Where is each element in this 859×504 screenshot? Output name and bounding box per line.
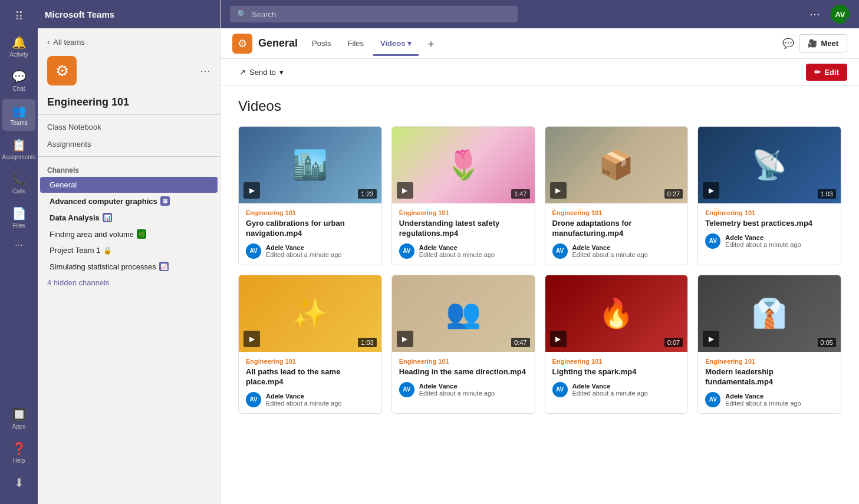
play-button[interactable]: ▶ bbox=[397, 331, 413, 347]
video-info: Engineering 101 Drone adaptations for ma… bbox=[545, 203, 688, 265]
back-to-all-teams[interactable]: ‹ All teams bbox=[38, 28, 220, 52]
video-card-v4[interactable]: 📡 ▶ 1:03 Engineering 101 Telemetry best … bbox=[697, 126, 841, 265]
author-name: Adele Vance bbox=[266, 244, 341, 251]
rail-item-more[interactable]: ⋯ bbox=[2, 236, 35, 255]
channel-project-team-label: Project Team 1 bbox=[50, 246, 100, 255]
tab-videos[interactable]: Videos ▾ bbox=[373, 31, 419, 56]
chat-icon[interactable]: 💬 bbox=[782, 38, 794, 49]
camera-icon: 🎥 bbox=[808, 39, 817, 48]
back-label: All teams bbox=[53, 38, 84, 47]
play-button[interactable]: ▶ bbox=[243, 182, 260, 199]
video-card-v6[interactable]: 👥 ▶ 0:47 Engineering 101 Heading in the … bbox=[391, 275, 535, 414]
video-info: Engineering 101 Gyro calibrations for ur… bbox=[239, 203, 381, 265]
nav-class-notebook[interactable]: Class Notebook bbox=[38, 118, 220, 136]
video-thumb: ✨ ▶ 1:03 bbox=[239, 275, 381, 352]
video-name: Drone adaptations for manufacturing.mp4 bbox=[552, 219, 681, 239]
video-name: Lighting the spark.mp4 bbox=[552, 367, 681, 377]
content-toolbar: ↗ Send to ▾ ✏ Edit bbox=[220, 59, 859, 86]
videos-section-title: Videos bbox=[238, 98, 841, 114]
author-avatar: AV bbox=[246, 392, 261, 407]
help-icon: ❓ bbox=[12, 442, 27, 456]
edit-time: Edited about a minute ago bbox=[266, 400, 341, 407]
sidebar-topbar: Microsoft Teams bbox=[38, 0, 220, 28]
more-options-button[interactable]: ⋯ bbox=[809, 8, 821, 21]
channel-finding-area-label: Finding area and volume bbox=[50, 230, 134, 239]
edit-label: Edit bbox=[824, 68, 839, 77]
author-name: Adele Vance bbox=[419, 244, 495, 251]
video-info: Engineering 101 Heading in the same dire… bbox=[392, 352, 535, 403]
play-button[interactable]: ▶ bbox=[550, 182, 567, 199]
rail-item-activity[interactable]: 🔔 Activity bbox=[2, 31, 35, 62]
video-info: Engineering 101 Telemetry best practices… bbox=[698, 203, 841, 255]
video-info: Engineering 101 Lighting the spark.mp4 A… bbox=[545, 352, 688, 403]
meet-button[interactable]: 🎥 Meet bbox=[799, 34, 847, 52]
teams-icon: 👥 bbox=[12, 104, 27, 118]
rail-item-calls[interactable]: 📞 Calls bbox=[2, 167, 35, 199]
video-card-v1[interactable]: 🏙️ ▶ 1:23 Engineering 101 Gyro calibrati… bbox=[238, 126, 382, 265]
video-thumb: 🏙️ ▶ 1:23 bbox=[239, 127, 381, 203]
edit-button[interactable]: ✏ Edit bbox=[806, 64, 847, 81]
rail-item-help[interactable]: ❓ Help bbox=[2, 437, 35, 469]
help-label: Help bbox=[13, 457, 25, 464]
rail-item-apps[interactable]: 🔲 Apps bbox=[2, 403, 35, 434]
team-options-button[interactable]: ⋯ bbox=[200, 64, 210, 77]
video-card-v2[interactable]: 🌷 ▶ 1:47 Engineering 101 Understanding l… bbox=[391, 126, 535, 265]
rail-item-chat[interactable]: 💬 Chat bbox=[2, 65, 35, 97]
calls-icon: 📞 bbox=[12, 172, 27, 186]
rail-item-download[interactable]: ⬇ bbox=[2, 471, 35, 495]
video-meta: AV Adele Vance Edited about a minute ago bbox=[705, 392, 834, 407]
send-icon: ↗ bbox=[239, 68, 246, 77]
channel-item-advanced-graphics[interactable]: Advanced computer graphics 🖥 bbox=[40, 193, 218, 209]
channel-badge-stat: 📈 bbox=[159, 262, 169, 271]
video-card-v7[interactable]: 🔥 ▶ 0:07 Engineering 101 Lighting the sp… bbox=[545, 275, 689, 414]
video-thumb: 📡 ▶ 1:03 bbox=[698, 127, 841, 203]
video-thumb: 👔 ▶ 0:05 bbox=[698, 275, 841, 352]
rail-item-assignments[interactable]: 📋 Assignments bbox=[2, 133, 35, 165]
author-avatar: AV bbox=[552, 243, 568, 259]
play-button[interactable]: ▶ bbox=[703, 182, 719, 199]
video-card-v8[interactable]: 👔 ▶ 0:05 Engineering 101 Modern leadersh… bbox=[697, 275, 841, 414]
channel-badge-chart: 📊 bbox=[103, 213, 112, 222]
send-to-label: Send to bbox=[249, 68, 276, 77]
user-avatar[interactable]: AV bbox=[831, 5, 850, 24]
search-input[interactable] bbox=[252, 10, 511, 19]
meta-text: Adele Vance Edited about a minute ago bbox=[572, 244, 648, 258]
nav-assignments[interactable]: Assignments bbox=[38, 136, 220, 153]
rail-item-files[interactable]: 📄 Files bbox=[2, 202, 35, 233]
duration-badge: 0:27 bbox=[664, 189, 683, 199]
tab-files[interactable]: Files bbox=[341, 31, 371, 56]
team-header: ⚙ ⋯ bbox=[38, 52, 220, 91]
video-team-label: Engineering 101 bbox=[246, 209, 374, 216]
tab-posts[interactable]: Posts bbox=[305, 31, 338, 56]
activity-icon: 🔔 bbox=[12, 35, 27, 50]
play-button[interactable]: ▶ bbox=[243, 331, 260, 347]
rail-grid-dots[interactable]: ⠿ bbox=[2, 5, 35, 28]
duration-badge: 0:07 bbox=[664, 338, 683, 347]
videos-area: Videos 🏙️ ▶ 1:23 Engineering 101 Gyro ca… bbox=[220, 86, 859, 504]
channel-item-project-team[interactable]: Project Team 1 🔒 bbox=[40, 242, 218, 258]
channel-name-header: General bbox=[258, 37, 298, 50]
add-tab-button[interactable]: ＋ bbox=[421, 34, 441, 53]
meta-text: Adele Vance Edited about a minute ago bbox=[266, 393, 341, 407]
send-to-button[interactable]: ↗ Send to ▾ bbox=[232, 64, 291, 80]
channel-item-simulating[interactable]: Simulating statistical processes 📈 bbox=[40, 258, 218, 275]
video-meta: AV Adele Vance Edited about a minute ago bbox=[705, 233, 834, 249]
channel-item-data-analysis[interactable]: Data Analysis 📊 bbox=[40, 209, 218, 226]
channel-item-finding-area[interactable]: Finding area and volume 🌿 bbox=[40, 226, 218, 242]
author-avatar: AV bbox=[705, 392, 720, 407]
play-button[interactable]: ▶ bbox=[397, 182, 413, 199]
video-card-v3[interactable]: 📦 ▶ 0:27 Engineering 101 Drone adaptatio… bbox=[545, 126, 689, 265]
search-box[interactable]: 🔍 bbox=[230, 6, 518, 22]
chat-icon: 💬 bbox=[12, 70, 27, 84]
meta-text: Adele Vance Edited about a minute ago bbox=[266, 244, 341, 258]
hidden-channels-link[interactable]: 4 hidden channels bbox=[38, 275, 220, 291]
teams-label: Teams bbox=[10, 120, 27, 126]
duration-badge: 1:03 bbox=[818, 189, 836, 199]
author-avatar: AV bbox=[399, 382, 414, 397]
channel-item-general[interactable]: General bbox=[40, 177, 218, 193]
video-card-v5[interactable]: ✨ ▶ 1:03 Engineering 101 All paths lead … bbox=[238, 275, 382, 414]
play-button[interactable]: ▶ bbox=[550, 331, 567, 347]
play-button[interactable]: ▶ bbox=[703, 331, 719, 347]
rail-item-teams[interactable]: 👥 Teams bbox=[2, 99, 35, 131]
video-team-label: Engineering 101 bbox=[399, 358, 528, 365]
